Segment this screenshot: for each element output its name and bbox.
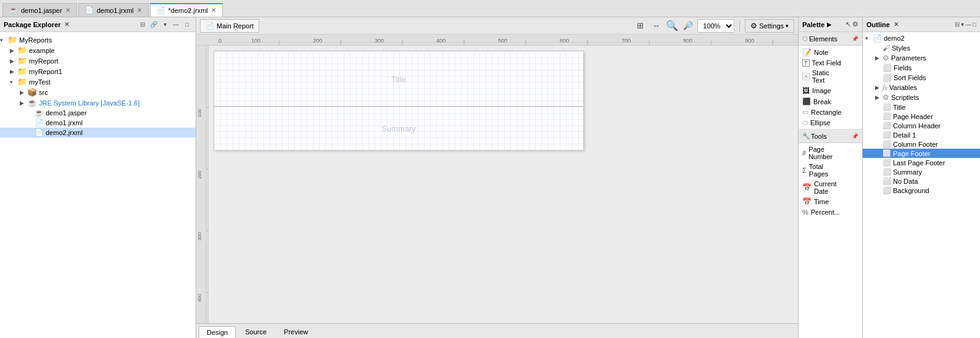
summary-band[interactable]: Summary <box>214 107 583 150</box>
elements-list: 📝 Note T Text Field A StaticText 🖼 Image <box>799 46 862 130</box>
tree-item-jre[interactable]: ▶ ☕ JRE System Library [JavaSE-1.6] <box>0 97 196 108</box>
pkg-explorer-menu-button[interactable]: ▾ <box>160 20 170 30</box>
element-textfield[interactable]: T Text Field <box>799 58 862 68</box>
percent-icon: % <box>802 208 808 216</box>
tab-preview[interactable]: Preview <box>276 326 316 338</box>
outline-arrow-parameters: ▶ <box>875 55 882 61</box>
maximize-pkg-button[interactable]: □ <box>182 20 192 30</box>
tree-item-mytest[interactable]: ▾ 📁 myTest <box>0 76 196 87</box>
tool-currentdate[interactable]: 📅 CurrentDate <box>799 179 862 196</box>
currentdate-icon: 📅 <box>802 183 812 192</box>
tool-pagenumber[interactable]: # PageNumber <box>799 144 862 162</box>
title-band[interactable]: Title <box>214 51 583 107</box>
element-statictext[interactable]: A StaticText <box>799 68 862 85</box>
outline-item-detail1[interactable]: ⬜ Detail 1 <box>863 130 980 139</box>
outline-min-button[interactable]: — <box>965 21 971 28</box>
tool-percent[interactable]: % Percent... <box>799 207 862 217</box>
element-rectangle[interactable]: ▭ Rectangle <box>799 107 862 117</box>
outline-label-summary: Summary <box>893 168 922 176</box>
outline-item-scriptlets[interactable]: ▶ ⚙ Scriptlets <box>863 93 980 102</box>
tab-demo2jrxml[interactable]: 📄 *demo2.jrxml ✕ <box>150 3 223 17</box>
tab-demo2jrxml-close[interactable]: ✕ <box>211 7 216 14</box>
main-report-breadcrumb[interactable]: 📄 Main Report <box>200 19 259 33</box>
outline-item-columnheader[interactable]: ⬜ Column Header <box>863 121 980 130</box>
element-break[interactable]: ⬛ Break <box>799 96 862 107</box>
outline-item-columnfooter[interactable]: ⬜ Column Footer <box>863 139 980 149</box>
totalpages-icon: Σ <box>802 167 807 174</box>
tree-item-myreports[interactable]: ▾ 📁 MyReports <box>0 35 196 45</box>
report-area: 100 200 300 400 500 600 700 800 900 <box>196 35 798 323</box>
elements-pin-icon[interactable]: 📌 <box>852 36 858 42</box>
outline-item-sortfields[interactable]: ⬜ Sort Fields <box>863 73 980 83</box>
tree-item-myreport1[interactable]: ▶ 📁 myReport1 <box>0 66 196 76</box>
outline-label-fields: Fields <box>894 64 911 72</box>
tab-design[interactable]: Design <box>199 326 236 338</box>
outline-label-sortfields: Sort Fields <box>894 74 926 81</box>
tree-label-myreports: MyReports <box>19 36 52 44</box>
outline-label-detail1: Detail 1 <box>893 131 916 139</box>
outline-item-summary[interactable]: ⬜ Summary <box>863 167 980 176</box>
zoom-select[interactable]: 100% 50% 75% 125% 150% <box>697 19 734 33</box>
tree-item-src[interactable]: ▶ 📦 src <box>0 87 196 97</box>
package-explorer-close-icon[interactable]: ✕ <box>64 21 69 28</box>
tab-demo1jrxml[interactable]: 📄 demo1.jrxml ✕ <box>78 3 149 17</box>
outline-item-pagefooter[interactable]: ⬜ Page Footer <box>863 149 980 158</box>
jre-icon: ☕ <box>27 98 37 107</box>
tree-item-demo1jasper[interactable]: ☕ demo1.jasper <box>0 108 196 118</box>
outline-label-variables: Variables <box>889 84 917 91</box>
tools-title: Tools <box>811 133 827 140</box>
outline-close-icon[interactable]: ✕ <box>894 21 899 28</box>
right-palette-panel: Palette ▶ ↖ ⚙ ⬡ Elements 📌 📝 Note <box>799 17 863 338</box>
outline-max-button[interactable]: □ <box>973 21 976 28</box>
outline-item-background[interactable]: ⬜ Background <box>863 186 980 195</box>
outline-item-demo2[interactable]: ▾ 📄 demo2 <box>863 33 980 43</box>
tool-time[interactable]: 📅 Time <box>799 196 862 207</box>
outline-item-fields[interactable]: ⬜ Fields <box>863 63 980 73</box>
tree-item-example[interactable]: ▶ 📁 example <box>0 45 196 56</box>
outline-label-title: Title <box>893 104 905 111</box>
collapse-all-button[interactable]: ⊟ <box>138 20 147 30</box>
outline-item-variables[interactable]: ▶ 𝑓𝑥 Variables <box>863 83 980 93</box>
outline-item-lastpagefooter[interactable]: ⬜ Last Page Footer <box>863 158 980 167</box>
outline-label-scriptlets: Scriptlets <box>891 94 919 101</box>
tab-demo1jrxml-close[interactable]: ✕ <box>137 7 142 14</box>
palette-extra-button[interactable]: ⚙ <box>852 20 858 28</box>
tree-item-myreport[interactable]: ▶ 📁 myReport <box>0 56 196 66</box>
ellipse-icon: ⬭ <box>802 118 808 126</box>
outline-item-nodata[interactable]: ⬜ No Data <box>863 176 980 186</box>
tree-arrow-myreport1: ▶ <box>10 68 17 75</box>
tree-item-demo1jrxml[interactable]: 📄 demo1.jrxml <box>0 118 196 128</box>
link-with-editor-button[interactable]: 🔗 <box>149 20 159 30</box>
element-ellipse[interactable]: ⬭ Ellipse <box>799 117 862 128</box>
element-image[interactable]: 🖼 Image <box>799 85 862 96</box>
tool-totalpages[interactable]: Σ TotalPages <box>799 162 862 179</box>
tree-label-demo1jrxml: demo1.jrxml <box>46 119 83 126</box>
horizontal-ruler: 100 200 300 400 500 600 700 800 900 <box>196 35 798 46</box>
outline-item-parameters[interactable]: ▶ ⚙ Parameters <box>863 53 980 63</box>
outline-label-columnheader: Column Header <box>893 122 941 130</box>
vertical-ruler: 100 200 300 400 <box>196 46 209 323</box>
fit-width-button[interactable]: ↔ <box>649 19 663 33</box>
outline-label-parameters: Parameters <box>891 54 926 62</box>
tab-source[interactable]: Source <box>237 326 275 338</box>
tool-percent-label: Percent... <box>811 208 840 216</box>
outline-item-styles[interactable]: 🖌 Styles <box>863 43 980 53</box>
tab-demo1jasper-close[interactable]: ✕ <box>65 7 70 14</box>
minimize-pkg-button[interactable]: — <box>171 20 181 30</box>
element-textfield-label: Text Field <box>812 59 841 67</box>
element-note[interactable]: 📝 Note <box>799 47 862 58</box>
tab-demo1jasper[interactable]: ☕ demo1.jasper ✕ <box>2 3 77 17</box>
outline-item-title[interactable]: ⬜ Title <box>863 102 980 112</box>
outline-collapse-button[interactable]: ⊟ <box>955 21 960 28</box>
select-tool-button[interactable]: ↖ <box>845 20 851 28</box>
settings-button[interactable]: ⚙ Settings ▾ <box>745 19 794 33</box>
zoom-out-button[interactable]: 🔍 <box>665 19 679 33</box>
palette-arrow-icon[interactable]: ▶ <box>827 22 831 28</box>
tools-pin-icon[interactable]: 📌 <box>852 133 858 139</box>
time-icon: 📅 <box>802 197 812 206</box>
outline-menu-button[interactable]: ▾ <box>961 21 964 28</box>
fit-page-button[interactable]: ⊞ <box>633 19 647 33</box>
tree-item-demo2jrxml[interactable]: 📄 demo2.jrxml <box>0 128 196 138</box>
zoom-in-button[interactable]: 🔎 <box>681 19 695 33</box>
outline-item-pageheader[interactable]: ⬜ Page Header <box>863 112 980 121</box>
